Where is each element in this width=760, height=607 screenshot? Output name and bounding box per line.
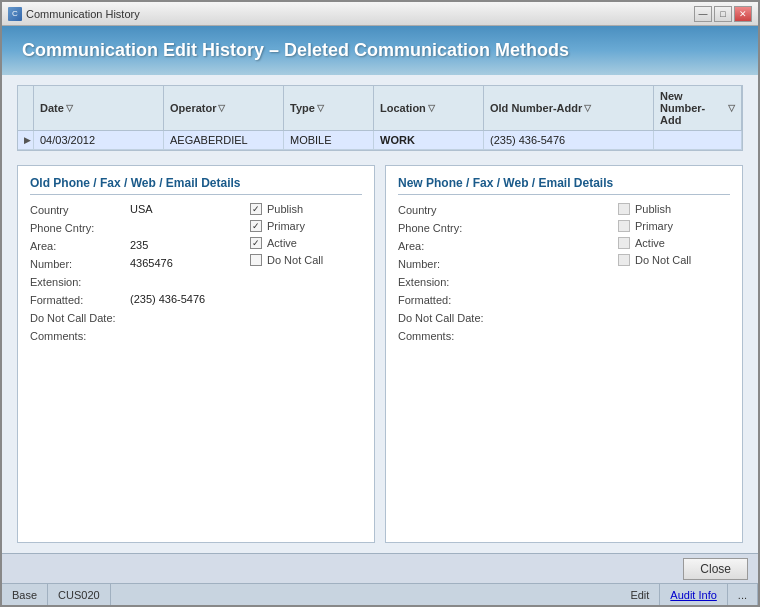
old-primary-checkbox[interactable] — [250, 220, 262, 232]
grid-col-old-number: Old Number-Addr ▽ — [484, 86, 654, 130]
grid-col-arrow — [18, 86, 34, 130]
old-area-label: Area: — [30, 239, 130, 252]
old-dnc-date-label: Do Not Call Date: — [30, 311, 130, 324]
status-bar: Base CUS020 Edit Audit Info ... — [2, 583, 758, 605]
operator-filter-icon[interactable]: ▽ — [218, 103, 225, 113]
old-dnc-checkbox-item: Do Not Call — [250, 254, 362, 266]
new-checkbox-col: Publish Primary Active — [610, 203, 730, 347]
location-filter-icon[interactable]: ▽ — [428, 103, 435, 113]
old-country-label: Country — [30, 203, 130, 216]
old-area-value: 235 — [130, 239, 148, 251]
status-audit-info-link[interactable]: Audit Info — [660, 584, 727, 605]
row-date: 04/03/2012 — [34, 131, 164, 149]
old-dnc-label: Do Not Call — [267, 254, 323, 266]
new-formatted-row: Formatted: — [398, 293, 610, 306]
old-comments-row: Comments: — [30, 329, 242, 342]
maximize-button[interactable]: □ — [714, 6, 732, 22]
new-active-checkbox[interactable] — [618, 237, 630, 249]
minimize-button[interactable]: — — [694, 6, 712, 22]
main-content: Date ▽ Operator ▽ Type ▽ Location ▽ — [2, 75, 758, 553]
row-type: MOBILE — [284, 131, 374, 149]
old-phone-cntry-row: Phone Cntry: — [30, 221, 242, 234]
window-title: Communication History — [26, 8, 140, 20]
title-bar-left: C Communication History — [8, 7, 140, 21]
new-field-col-left: Country Phone Cntry: Area: — [398, 203, 610, 347]
new-dnc-date-row: Do Not Call Date: — [398, 311, 610, 324]
new-dnc-label: Do Not Call — [635, 254, 691, 266]
new-publish-checkbox[interactable] — [618, 203, 630, 215]
row-new-number — [654, 131, 742, 149]
old-active-label: Active — [267, 237, 297, 249]
new-country-label: Country — [398, 203, 498, 216]
new-active-checkbox-item: Active — [618, 237, 730, 249]
window-close-button[interactable]: ✕ — [734, 6, 752, 22]
old-details-panel: Old Phone / Fax / Web / Email Details Co… — [17, 165, 375, 543]
row-location: WORK — [374, 131, 484, 149]
table-row[interactable]: ▶ 04/03/2012 AEGABERDIEL MOBILE WORK (23… — [18, 131, 742, 150]
data-grid: Date ▽ Operator ▽ Type ▽ Location ▽ — [17, 85, 743, 151]
old-active-checkbox-item: Active — [250, 237, 362, 249]
new-dnc-checkbox-item: Do Not Call — [618, 254, 730, 266]
old-country-row: Country USA — [30, 203, 242, 216]
type-filter-icon[interactable]: ▽ — [317, 103, 324, 113]
new-number-filter-icon[interactable]: ▽ — [728, 103, 735, 113]
old-active-checkbox[interactable] — [250, 237, 262, 249]
old-area-row: Area: 235 — [30, 239, 242, 252]
new-panel-title: New Phone / Fax / Web / Email Details — [398, 176, 730, 195]
old-dnc-date-row: Do Not Call Date: — [30, 311, 242, 324]
row-expand-arrow: ▶ — [24, 135, 31, 145]
new-formatted-label: Formatted: — [398, 293, 498, 306]
new-area-row: Area: — [398, 239, 610, 252]
new-primary-checkbox[interactable] — [618, 220, 630, 232]
new-field-cols: Country Phone Cntry: Area: — [398, 203, 730, 347]
grid-header: Date ▽ Operator ▽ Type ▽ Location ▽ — [18, 86, 742, 131]
row-old-number: (235) 436-5476 — [484, 131, 654, 149]
date-filter-icon[interactable]: ▽ — [66, 103, 73, 113]
old-field-cols: Country USA Phone Cntry: Area: 235 — [30, 203, 362, 347]
old-formatted-value: (235) 436-5476 — [130, 293, 205, 305]
grid-col-new-number: New Number-Add ▽ — [654, 86, 742, 130]
old-extension-label: Extension: — [30, 275, 130, 288]
grid-col-location: Location ▽ — [374, 86, 484, 130]
old-field-col-left: Country USA Phone Cntry: Area: 235 — [30, 203, 242, 347]
old-number-filter-icon[interactable]: ▽ — [584, 103, 591, 113]
old-number-row: Number: 4365476 — [30, 257, 242, 270]
close-button[interactable]: Close — [683, 558, 748, 580]
app-icon: C — [8, 7, 22, 21]
title-bar-controls: — □ ✕ — [694, 6, 752, 22]
new-dnc-checkbox[interactable] — [618, 254, 630, 266]
new-details-panel: New Phone / Fax / Web / Email Details Co… — [385, 165, 743, 543]
old-comments-label: Comments: — [30, 329, 130, 342]
row-operator: AEGABERDIEL — [164, 131, 284, 149]
old-extension-row: Extension: — [30, 275, 242, 288]
old-country-value: USA — [130, 203, 153, 215]
old-primary-checkbox-item: Primary — [250, 220, 362, 232]
status-more-label[interactable]: ... — [728, 584, 758, 605]
grid-col-operator: Operator ▽ — [164, 86, 284, 130]
new-active-label: Active — [635, 237, 665, 249]
footer-bar: Close — [2, 553, 758, 583]
row-arrow-cell: ▶ — [18, 131, 34, 149]
old-formatted-label: Formatted: — [30, 293, 130, 306]
old-phone-cntry-label: Phone Cntry: — [30, 221, 130, 234]
old-publish-label: Publish — [267, 203, 303, 215]
old-formatted-row: Formatted: (235) 436-5476 — [30, 293, 242, 306]
content-area: Communication Edit History – Deleted Com… — [2, 26, 758, 605]
old-dnc-checkbox[interactable] — [250, 254, 262, 266]
new-extension-row: Extension: — [398, 275, 610, 288]
details-row: Old Phone / Fax / Web / Email Details Co… — [17, 165, 743, 543]
new-extension-label: Extension: — [398, 275, 498, 288]
new-comments-row: Comments: — [398, 329, 610, 342]
old-panel-title: Old Phone / Fax / Web / Email Details — [30, 176, 362, 195]
old-number-label: Number: — [30, 257, 130, 270]
grid-col-type: Type ▽ — [284, 86, 374, 130]
new-primary-checkbox-item: Primary — [618, 220, 730, 232]
status-edit-label: Edit — [620, 584, 660, 605]
old-primary-label: Primary — [267, 220, 305, 232]
new-country-row: Country — [398, 203, 610, 216]
old-checkbox-col: Publish Primary Active — [242, 203, 362, 347]
new-phone-cntry-label: Phone Cntry: — [398, 221, 498, 234]
old-publish-checkbox[interactable] — [250, 203, 262, 215]
page-title: Communication Edit History – Deleted Com… — [22, 40, 738, 61]
new-dnc-date-label: Do Not Call Date: — [398, 311, 498, 324]
